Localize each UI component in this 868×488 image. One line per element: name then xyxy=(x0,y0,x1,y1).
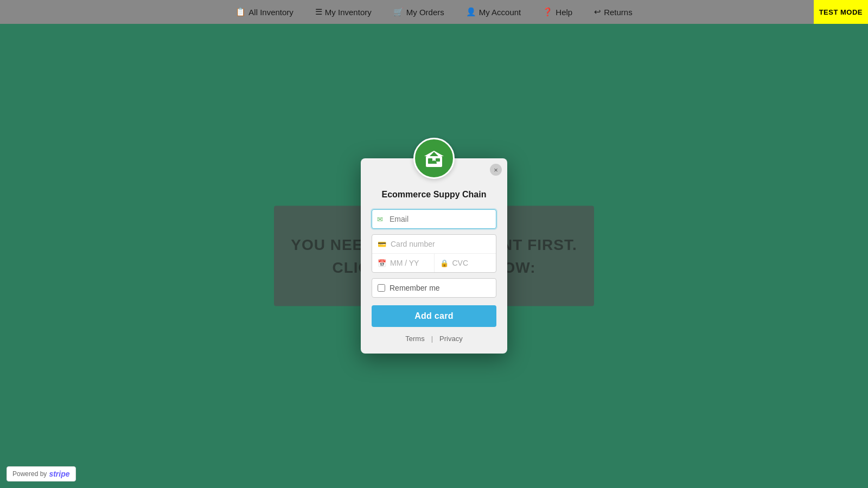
nav-my-inventory[interactable]: ☰ My Inventory xyxy=(315,7,372,17)
card-cvc-field[interactable]: 🔒 CVC xyxy=(435,254,496,272)
card-bottom-row: 📅 MM / YY 🔒 CVC xyxy=(372,254,496,272)
main-area: YOU NEED TO OUNT FIRST. CLIC OW: xyxy=(0,24,868,488)
cart-icon: 🛒 xyxy=(393,7,404,17)
modal-overlay: × Ecommerce Suppy Chain ✉ 💳 Card number xyxy=(0,24,868,488)
lock-icon: 🔒 xyxy=(440,259,449,267)
nav-returns[interactable]: ↩ Returns xyxy=(594,7,633,17)
payment-modal: × Ecommerce Suppy Chain ✉ 💳 Card number xyxy=(361,158,507,354)
navbar: 📋 All Inventory ☰ My Inventory 🛒 My Orde… xyxy=(0,0,868,24)
store-icon xyxy=(422,146,446,170)
question-icon: ❓ xyxy=(542,7,553,17)
privacy-link[interactable]: Privacy xyxy=(439,335,463,343)
remember-me-checkbox[interactable] xyxy=(378,284,385,292)
nav-all-inventory[interactable]: 📋 All Inventory xyxy=(235,7,293,17)
nav-my-orders[interactable]: 🛒 My Orders xyxy=(393,7,444,17)
modal-title: Ecommerce Suppy Chain xyxy=(372,190,496,200)
remember-me-label: Remember me xyxy=(390,284,440,292)
card-section: 💳 Card number 📅 MM / YY 🔒 CVC xyxy=(372,234,496,273)
email-icon: ✉ xyxy=(377,215,383,223)
card-number-row: 💳 Card number xyxy=(372,235,496,254)
email-group: ✉ xyxy=(372,209,496,229)
modal-logo xyxy=(413,138,455,179)
email-input[interactable] xyxy=(372,209,496,229)
test-mode-badge: TEST MODE xyxy=(814,0,868,24)
card-number-placeholder: Card number xyxy=(391,240,435,248)
email-wrapper: ✉ xyxy=(372,209,496,229)
terms-link[interactable]: Terms xyxy=(405,335,424,343)
list-icon: ☰ xyxy=(315,7,322,17)
card-icon: 💳 xyxy=(378,240,386,248)
close-button[interactable]: × xyxy=(490,164,502,176)
stripe-logo: stripe xyxy=(49,470,69,478)
nav-my-account[interactable]: 👤 My Account xyxy=(466,7,521,17)
nav-help[interactable]: ❓ Help xyxy=(542,7,572,17)
powered-by-stripe: Powered by stripe xyxy=(7,466,76,481)
svg-rect-2 xyxy=(436,158,440,162)
cvc-placeholder: CVC xyxy=(452,259,469,267)
return-icon: ↩ xyxy=(594,7,601,17)
card-expiry-field[interactable]: 📅 MM / YY xyxy=(372,254,435,272)
clipboard-icon: 📋 xyxy=(235,7,246,17)
remember-me-row: Remember me xyxy=(372,278,496,298)
user-icon: 👤 xyxy=(466,7,476,17)
expiry-placeholder: MM / YY xyxy=(390,259,419,267)
add-card-button[interactable]: Add card xyxy=(372,305,496,327)
calendar-icon: 📅 xyxy=(378,259,386,267)
footer-separator: | xyxy=(431,335,433,343)
modal-footer: Terms | Privacy xyxy=(372,335,496,343)
